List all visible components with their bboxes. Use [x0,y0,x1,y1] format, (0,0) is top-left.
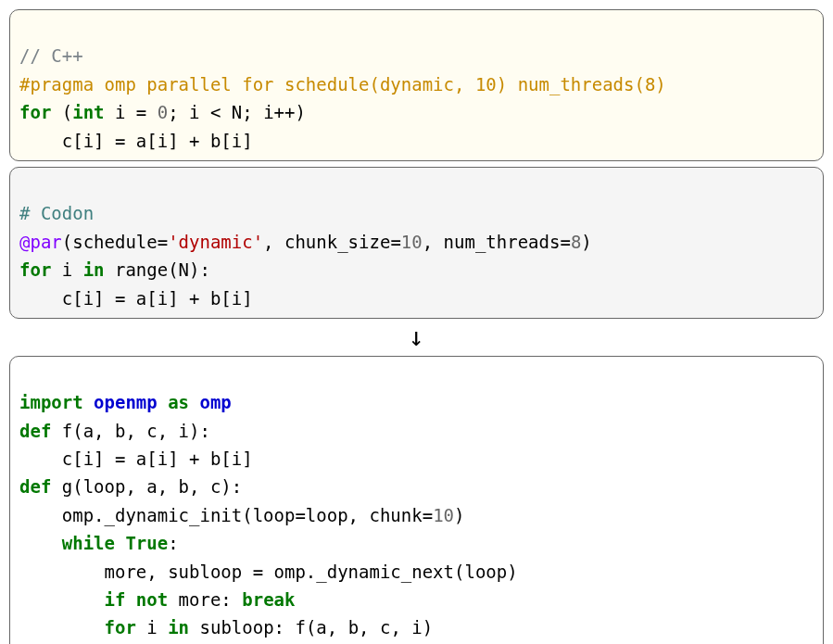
break-keyword: break [242,589,295,610]
module-name: openmp [83,392,169,412]
codon-for-keyword: for [19,259,51,280]
if-keyword: if [105,589,126,610]
import-keyword: import [19,392,83,412]
codon-body: c[i] = a[i] + b[i] [19,288,253,309]
cpp-body: c[i] = a[i] + b[i] [19,131,253,151]
codon-decorator: @par [19,232,62,252]
cpp-code-box: // C++ #pragma omp parallel for schedule… [9,9,824,161]
cpp-comment: // C++ [19,45,83,66]
codon-comment: # Codon [19,203,94,223]
f-body: c[i] = a[i] + b[i] [19,448,253,469]
result-code-box: import openmp as omp def f(a, b, c, i): … [9,356,824,644]
cpp-int-keyword: int [72,102,104,122]
cpp-for-keyword: for [19,102,51,122]
def-keyword: def [19,421,51,441]
cpp-pragma: #pragma omp parallel for schedule(dynami… [19,74,666,95]
arrow-down-icon: ↓ [9,324,824,350]
codon-code-box: # Codon @par(schedule='dynamic', chunk_s… [9,167,824,319]
dynamic-next-line: more, subloop = omp._dynamic_next(loop) [19,562,518,582]
while-keyword: while [62,533,115,553]
